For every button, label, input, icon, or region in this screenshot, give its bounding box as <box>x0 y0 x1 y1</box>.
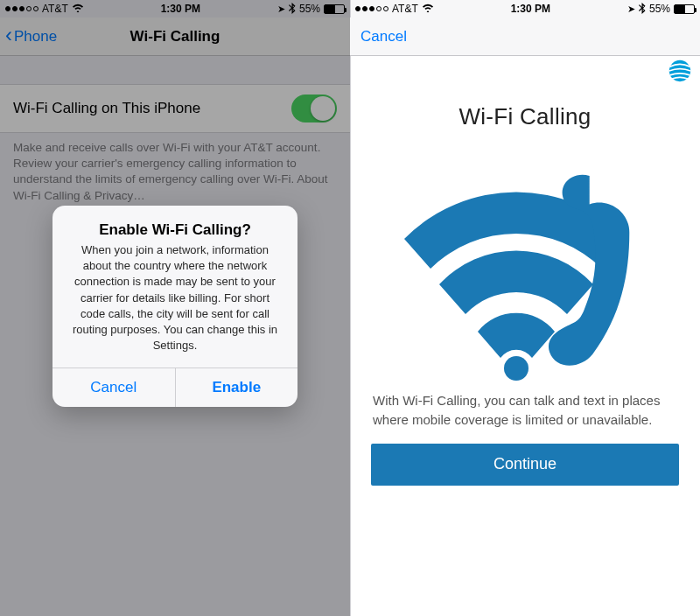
left-phone-settings: AT&T 1:30 PM ➤ 55% ‹ Phone Wi-Fi Calling… <box>0 0 350 616</box>
svg-point-1 <box>504 356 528 381</box>
alert-enable-button[interactable]: Enable <box>175 368 298 407</box>
status-bar: AT&T 1:30 PM ➤ 55% <box>350 0 700 18</box>
alert-cancel-button[interactable]: Cancel <box>52 368 175 407</box>
onboarding-content: Wi-Fi Calling With Wi-Fi Calling, you ca… <box>350 82 700 486</box>
wifi-calling-hero-icon <box>371 139 679 389</box>
battery-percent: 55% <box>649 3 670 15</box>
bluetooth-icon <box>639 3 646 16</box>
alert-buttons: Cancel Enable <box>52 368 298 407</box>
onboarding-title: Wi-Fi Calling <box>371 103 679 130</box>
wifi-icon <box>422 3 434 15</box>
carrier-label: AT&T <box>392 3 418 15</box>
alert-body: When you join a network, information abo… <box>52 242 298 368</box>
nav-bar: Cancel <box>350 18 700 56</box>
battery-icon <box>674 4 695 14</box>
signal-dots-icon <box>355 6 388 11</box>
location-icon: ➤ <box>627 4 635 15</box>
status-right: ➤ 55% <box>627 3 695 16</box>
cancel-button[interactable]: Cancel <box>360 18 407 55</box>
enable-wifi-calling-alert: Enable Wi-Fi Calling? When you join a ne… <box>52 206 298 407</box>
status-left: AT&T <box>355 3 434 15</box>
clock: 1:30 PM <box>511 3 550 15</box>
att-logo-icon <box>350 56 700 82</box>
onboarding-body: With Wi-Fi Calling, you can talk and tex… <box>371 389 679 444</box>
alert-title: Enable Wi-Fi Calling? <box>52 206 298 242</box>
continue-button[interactable]: Continue <box>371 444 679 486</box>
right-phone-onboarding: AT&T 1:30 PM ➤ 55% Cancel Wi-Fi Callin <box>350 0 700 616</box>
